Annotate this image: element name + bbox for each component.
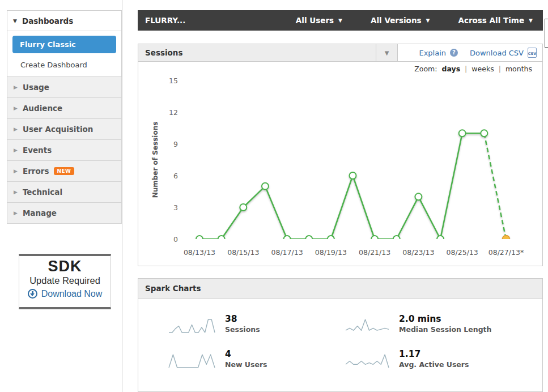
download-now-link[interactable]: Download Now [19, 289, 111, 299]
sidebar-item-usage[interactable]: ▶ Usage [7, 77, 122, 98]
filter-label: All Versions [371, 16, 422, 25]
svg-text:15: 15 [169, 76, 178, 85]
sidebar-item-events[interactable]: ▶ Events [7, 140, 122, 161]
svg-text:08/27/13*: 08/27/13* [488, 248, 524, 257]
sidebar-item-label: User Acquisition [23, 125, 94, 134]
csv-file-icon[interactable]: CSV [528, 48, 537, 58]
svg-text:12: 12 [169, 108, 178, 117]
svg-text:08/13/13: 08/13/13 [184, 248, 215, 257]
topbar-filters: All Users ▼ All Versions ▼ Across All Ti… [296, 16, 533, 25]
filter-time-range[interactable]: Across All Time ▼ [458, 16, 533, 25]
chevron-right-icon: ▶ [14, 105, 18, 111]
metric-value: 4 [225, 349, 267, 359]
filter-label: Across All Time [458, 16, 524, 25]
sidebar-item-user-acquisition[interactable]: ▶ User Acquisition [7, 119, 122, 140]
svg-text:08/17/13: 08/17/13 [271, 248, 303, 257]
dashboards-submenu: Flurry Classic Create Dashboard [7, 31, 121, 76]
sessions-line-chart: Number of Sessions0369121508/13/1308/15/… [138, 62, 542, 266]
filter-label: All Users [296, 16, 334, 25]
metric-median-session-length: 2.0 mins Median Session Length [345, 314, 491, 334]
sidebar-item-technical[interactable]: ▶ Technical [7, 182, 122, 203]
metric-avg-active-users: 1.17 Avg. Active Users [345, 349, 469, 369]
metric-text: 1.17 Avg. Active Users [399, 349, 469, 369]
avg-active-users-sparkline [345, 351, 390, 369]
median-session-sparkline [345, 316, 390, 334]
sidebar-item-dashboards[interactable]: ▼ Dashboards [7, 11, 121, 31]
sidebar-item-create-dashboard[interactable]: Create Dashboard [20, 61, 116, 69]
sidebar-item-manage[interactable]: ▶ Manage [7, 203, 122, 224]
chevron-right-icon: ▶ [14, 189, 18, 195]
chevron-right-icon: ▶ [14, 84, 18, 90]
csv-icon-label: CSV [528, 52, 537, 56]
chevron-down-icon: ▼ [338, 18, 342, 23]
sessions-header-bar: Sessions ▼ [138, 44, 398, 61]
svg-text:08/15/13: 08/15/13 [227, 248, 259, 257]
sidebar-item-label: Manage [23, 208, 57, 218]
help-icon[interactable]: ? [450, 49, 458, 57]
sidebar-item-label: Technical [23, 188, 62, 197]
sidebar-item-errors[interactable]: ▶ Errors NEW [7, 161, 122, 182]
metric-label: Median Session Length [399, 325, 491, 334]
filter-all-users[interactable]: All Users ▼ [296, 16, 342, 25]
svg-text:6: 6 [173, 172, 178, 180]
chevron-down-icon: ▼ [426, 18, 430, 23]
sidebar-divider [122, 0, 122, 392]
sdk-subtitle: Update Required [19, 275, 111, 286]
download-icon [28, 289, 37, 299]
filter-all-versions[interactable]: All Versions ▼ [371, 16, 430, 25]
metric-text: 2.0 mins Median Session Length [399, 314, 491, 334]
spark-charts-panel: Spark Charts 38 Sessions 2.0 mins Median… [138, 278, 543, 392]
sessions-header-links: Explain ? Download CSV CSV [398, 44, 542, 61]
sessions-sparkline [168, 316, 216, 334]
panel-title: Spark Charts [145, 284, 201, 293]
chevron-right-icon: ▶ [14, 168, 18, 174]
sdk-update-box: SDK Update Required Download Now [19, 254, 111, 309]
spark-charts-header: Spark Charts [138, 279, 542, 299]
chevron-right-icon: ▶ [14, 147, 18, 153]
new-users-sparkline [168, 351, 216, 369]
metric-text: 38 Sessions [225, 314, 260, 334]
sessions-panel-header: Sessions ▼ Explain ? Download CSV CSV [138, 44, 542, 62]
svg-text:08/19/13: 08/19/13 [315, 248, 347, 257]
sidebar-item-label: Audience [23, 104, 62, 113]
sidebar-item-flurry-classic[interactable]: Flurry Classic [12, 36, 116, 53]
new-badge: NEW [54, 167, 74, 175]
app-topbar: FLURRY... All Users ▼ All Versions ▼ Acr… [138, 10, 543, 31]
metric-value: 1.17 [399, 349, 469, 359]
sidebar-item-label: Events [23, 146, 52, 155]
sidebar-section-dashboards: ▼ Dashboards Flurry Classic Create Dashb… [7, 10, 122, 77]
chevron-right-icon: ▶ [14, 210, 18, 216]
scrollbar-thumb[interactable] [545, 19, 548, 48]
metric-new-users: 4 New Users [168, 349, 267, 369]
svg-text:Number of Sessions: Number of Sessions [151, 122, 159, 198]
sdk-title: SDK [19, 258, 111, 275]
metric-label: Avg. Active Users [399, 360, 469, 369]
metric-value: 2.0 mins [399, 314, 491, 324]
chevron-down-icon: ▼ [529, 18, 533, 23]
explain-link[interactable]: Explain [419, 49, 446, 57]
chevron-down-icon: ▼ [13, 18, 17, 24]
sidebar-item-audience[interactable]: ▶ Audience [7, 98, 122, 119]
download-now-label: Download Now [41, 289, 103, 299]
metric-text: 4 New Users [225, 349, 267, 369]
svg-text:08/25/13: 08/25/13 [447, 248, 478, 257]
chevron-right-icon: ▶ [14, 126, 18, 132]
sidebar: ▼ Dashboards Flurry Classic Create Dashb… [7, 10, 122, 224]
svg-text:0: 0 [173, 235, 178, 244]
metric-sessions: 38 Sessions [168, 314, 260, 334]
sessions-dropdown-button[interactable]: ▼ [376, 44, 398, 61]
sidebar-item-label: Errors [23, 167, 49, 176]
sidebar-section-label: Dashboards [22, 16, 73, 25]
sessions-panel: Sessions ▼ Explain ? Download CSV CSV Zo… [138, 44, 543, 266]
metric-label: Sessions [225, 325, 260, 334]
svg-text:9: 9 [173, 140, 178, 148]
svg-text:08/23/13: 08/23/13 [402, 248, 434, 257]
page: ▼ Dashboards Flurry Classic Create Dashb… [0, 0, 548, 392]
metric-value: 38 [225, 314, 260, 324]
download-csv-link[interactable]: Download CSV [470, 49, 524, 57]
sidebar-item-label: Usage [23, 83, 49, 92]
panel-title: Sessions [138, 48, 376, 57]
metric-label: New Users [225, 360, 267, 369]
svg-text:08/21/13: 08/21/13 [359, 248, 390, 257]
svg-text:3: 3 [173, 203, 178, 212]
